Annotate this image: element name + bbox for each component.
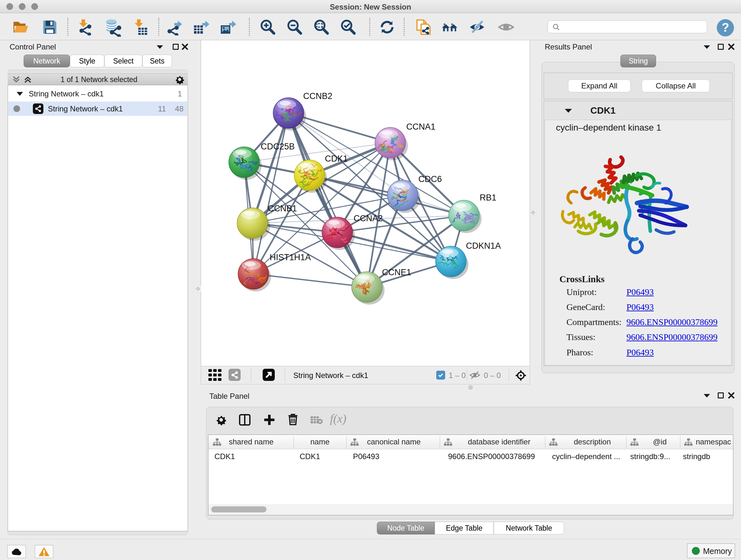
svg-text:CDC25B: CDC25B [261,142,295,151]
svg-text:CCNE1: CCNE1 [382,267,411,277]
svg-text:CDC6: CDC6 [418,174,442,184]
svg-text:CCNB2: CCNB2 [303,91,333,101]
svg-text:CDKN1A: CDKN1A [466,241,501,251]
svg-text:CCNA1: CCNA1 [406,122,435,132]
svg-text:CCNB1: CCNB1 [268,204,297,213]
svg-text:CDK1: CDK1 [325,154,348,164]
svg-text:RB1: RB1 [480,193,496,202]
svg-text:CCNA2: CCNA2 [354,213,383,223]
svg-text:HIST1H1A: HIST1H1A [270,253,311,262]
